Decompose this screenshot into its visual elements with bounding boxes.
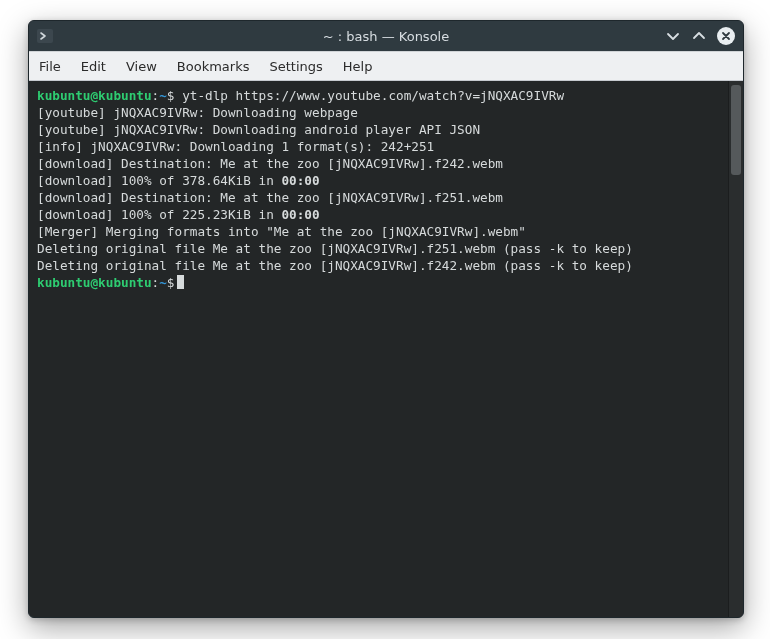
menu-help[interactable]: Help [343, 59, 373, 74]
close-button[interactable] [717, 27, 735, 45]
terminal-cursor [177, 275, 184, 289]
scrollbar-thumb[interactable] [731, 85, 741, 175]
minimize-button[interactable] [665, 28, 681, 44]
output-time: 00:00 [281, 207, 319, 222]
menu-file[interactable]: File [39, 59, 61, 74]
terminal-output[interactable]: kubuntu@kubuntu:~$ yt-dlp https://www.yo… [29, 81, 728, 618]
titlebar[interactable]: ~ : bash — Konsole [29, 21, 743, 51]
output-line: [download] Destination: Me at the zoo [j… [37, 190, 503, 205]
prompt-path: ~ [159, 88, 167, 103]
terminal-area: kubuntu@kubuntu:~$ yt-dlp https://www.yo… [29, 81, 743, 618]
terminal-scrollbar[interactable] [728, 81, 743, 618]
menubar: File Edit View Bookmarks Settings Help [29, 51, 743, 81]
output-time: 00:00 [281, 173, 319, 188]
command-text: yt-dlp https://www.youtube.com/watch?v=j… [175, 88, 565, 103]
menu-bookmarks[interactable]: Bookmarks [177, 59, 250, 74]
prompt-indicator-icon [37, 28, 53, 44]
maximize-button[interactable] [691, 28, 707, 44]
prompt-userhost: kubuntu@kubuntu [37, 275, 152, 290]
output-line: [youtube] jNQXAC9IVRw: Downloading webpa… [37, 105, 358, 120]
output-line: Deleting original file Me at the zoo [jN… [37, 258, 633, 273]
output-line: [youtube] jNQXAC9IVRw: Downloading andro… [37, 122, 480, 137]
konsole-window: ~ : bash — Konsole File Edit View Book [28, 20, 744, 618]
prompt-dollar: $ [167, 275, 175, 290]
output-line: [download] 100% of 225.23KiB in [37, 207, 281, 222]
menu-view[interactable]: View [126, 59, 157, 74]
menu-edit[interactable]: Edit [81, 59, 106, 74]
prompt-dollar: $ [167, 88, 175, 103]
output-line: Deleting original file Me at the zoo [jN… [37, 241, 633, 256]
output-line: [download] 100% of 378.64KiB in [37, 173, 281, 188]
output-line: [Merger] Merging formats into "Me at the… [37, 224, 526, 239]
output-line: [info] jNQXAC9IVRw: Downloading 1 format… [37, 139, 434, 154]
prompt-userhost: kubuntu@kubuntu [37, 88, 152, 103]
output-line: [download] Destination: Me at the zoo [j… [37, 156, 503, 171]
prompt-path: ~ [159, 275, 167, 290]
menu-settings[interactable]: Settings [269, 59, 322, 74]
